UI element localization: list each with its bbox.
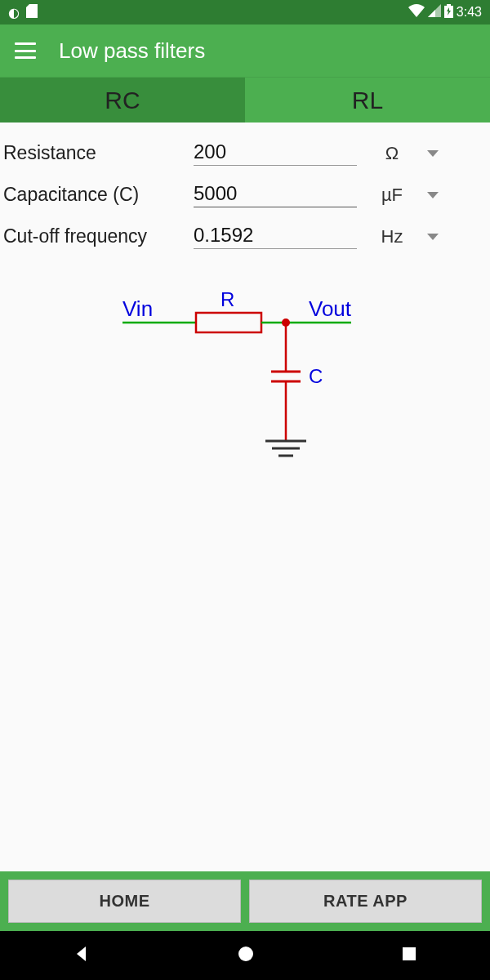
diagram-vout-label: Vout — [309, 296, 352, 321]
app-bar: Low pass filters — [0, 24, 490, 78]
status-time: 3:43 — [457, 5, 482, 20]
svg-point-13 — [238, 947, 253, 961]
chevron-down-icon[interactable] — [427, 192, 439, 198]
circle-icon: ◐ — [8, 5, 20, 20]
svg-rect-14 — [403, 947, 416, 960]
capacitance-row: Capacitance (C) µF — [0, 174, 490, 216]
resistance-input[interactable] — [194, 140, 357, 163]
content-area: Resistance Ω Capacitance (C) µF Cut-off … — [0, 122, 490, 871]
tab-bar: RC RL — [0, 78, 490, 122]
sd-card-icon — [26, 4, 38, 21]
home-icon[interactable] — [237, 945, 255, 966]
android-nav-bar — [0, 931, 490, 980]
back-icon[interactable] — [73, 945, 91, 966]
cutoff-unit[interactable]: Hz — [363, 226, 421, 247]
home-button[interactable]: HOME — [8, 880, 241, 923]
diagram-c-label: C — [309, 365, 323, 387]
tab-rc[interactable]: RC — [0, 78, 245, 122]
signal-icon — [428, 4, 441, 20]
diagram-r-label: R — [220, 288, 234, 310]
menu-icon[interactable] — [15, 42, 36, 59]
chevron-down-icon[interactable] — [427, 234, 439, 240]
capacitance-input[interactable] — [194, 182, 357, 205]
status-bar: ◐ 3:43 — [0, 0, 490, 24]
page-title: Low pass filters — [59, 38, 205, 64]
resistance-row: Resistance Ω — [0, 132, 490, 174]
svg-rect-1 — [447, 4, 451, 6]
cutoff-input[interactable] — [194, 224, 357, 247]
recent-icon[interactable] — [401, 946, 417, 965]
tab-rl[interactable]: RL — [245, 78, 490, 122]
bottom-bar: HOME RATE APP — [0, 871, 490, 931]
diagram-vin-label: Vin — [122, 296, 153, 321]
svg-rect-3 — [196, 313, 261, 332]
capacitance-label: Capacitance (C) — [3, 184, 187, 206]
rate-app-button[interactable]: RATE APP — [249, 880, 482, 923]
cutoff-row: Cut-off frequency Hz — [0, 216, 490, 257]
wifi-icon — [408, 4, 425, 20]
resistance-label: Resistance — [3, 142, 187, 164]
chevron-down-icon[interactable] — [427, 150, 439, 157]
circuit-diagram: Vin Vout R C — [0, 282, 490, 478]
battery-icon — [444, 4, 453, 21]
cutoff-label: Cut-off frequency — [3, 225, 187, 247]
capacitance-unit[interactable]: µF — [363, 185, 421, 206]
resistance-unit[interactable]: Ω — [363, 143, 421, 164]
